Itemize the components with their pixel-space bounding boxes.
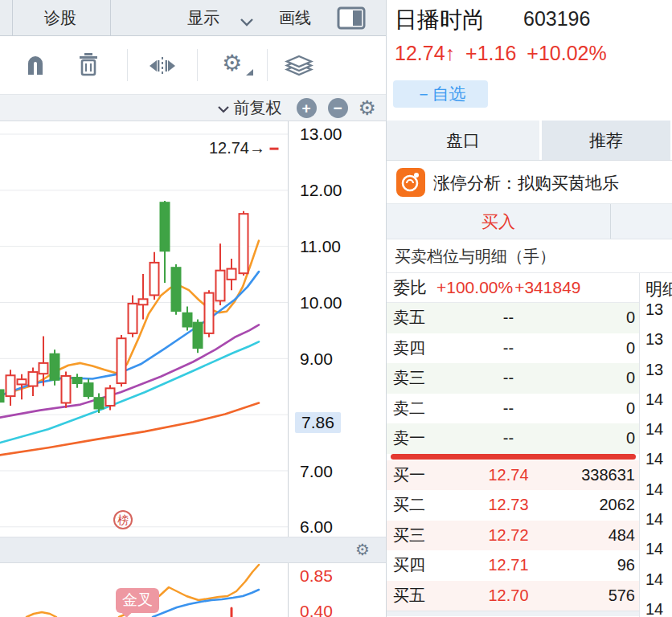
- zoom-in-button[interactable]: +: [297, 98, 317, 118]
- y-tick: 7.00: [300, 462, 333, 481]
- magnet-icon[interactable]: [24, 54, 47, 80]
- quote-panel: 日播时尚 603196 12.74↑ +1.16 +10.02% －自选 盘口 …: [386, 0, 672, 617]
- orderbook-levels: 委比 +100.00% +341849 卖五 -- 0 卖四 -- 0 卖三 -…: [387, 273, 640, 616]
- detail-time: 13: [640, 361, 672, 390]
- main-chart-area: 12.74→ 榜 13.00 12.00 11.00 10.00 9.00 7.…: [0, 121, 386, 537]
- candle-body: [183, 313, 192, 327]
- bid-label: 买四: [387, 554, 454, 576]
- bid-price: 12.72: [454, 526, 563, 545]
- chevron-down-icon[interactable]: [218, 102, 229, 116]
- candle-body: [0, 390, 4, 402]
- ask-volume: 0: [563, 369, 640, 387]
- detail-time: 14: [640, 540, 672, 570]
- candlestick-chart[interactable]: [0, 121, 288, 537]
- chevron-down-icon[interactable]: [240, 15, 253, 30]
- sell-button-partial[interactable]: [611, 204, 672, 239]
- bid-price: 12.70: [454, 586, 563, 605]
- price-axis: 13.00 12.00 11.00 10.00 9.00 7.86 7.00 6…: [288, 121, 386, 537]
- axis-settings-gear-icon[interactable]: ⚙: [359, 98, 376, 118]
- layers-icon[interactable]: [285, 54, 313, 81]
- last-price: 12.74↑: [395, 42, 455, 65]
- detail-time: 14: [640, 510, 672, 540]
- ask-row[interactable]: 卖四 -- 0: [387, 333, 640, 364]
- horizontal-resize-icon[interactable]: [149, 57, 176, 78]
- ask-label: 卖二: [387, 398, 454, 419]
- candle-body: [18, 379, 27, 384]
- indicator-settings-gear-icon[interactable]: ⚙: [355, 540, 370, 559]
- weibi-label: 委比: [393, 276, 427, 299]
- y-tick: 10.00: [300, 293, 342, 313]
- sub-tick: 0.85: [300, 566, 333, 586]
- stock-name: 日播时尚: [395, 5, 485, 35]
- y-tick: 11.00: [300, 237, 341, 256]
- orderbook-footer-strip: [387, 611, 640, 616]
- ask-volume: 0: [563, 399, 640, 418]
- weibi-row: 委比 +100.00% +341849: [387, 273, 640, 303]
- weibi-percent: +100.00%: [436, 278, 513, 297]
- ask-volume: 0: [563, 339, 640, 358]
- price-adjust-mode[interactable]: 前复权: [234, 97, 282, 119]
- ask-label: 卖一: [387, 427, 454, 449]
- buy-button[interactable]: 买入: [387, 204, 610, 239]
- remove-watchlist-button[interactable]: －自选: [393, 80, 488, 108]
- bid-label: 买一: [387, 464, 454, 486]
- bid-row[interactable]: 买四 12.71 96: [387, 550, 640, 581]
- rank-stamp: 榜: [113, 510, 133, 529]
- orderbook-title: 买卖档位与明细（手）: [387, 239, 672, 273]
- toolbar-divider: [197, 49, 198, 81]
- sub-tick: 0.40: [300, 602, 333, 617]
- tab-pankou[interactable]: 盘口: [387, 121, 542, 160]
- candle-body: [117, 338, 126, 383]
- orderbook: 委比 +100.00% +341849 卖五 -- 0 卖四 -- 0 卖三 -…: [387, 273, 672, 617]
- trash-icon[interactable]: [77, 52, 100, 80]
- bid-row[interactable]: 买五 12.70 576: [387, 581, 640, 611]
- candle-body: [240, 214, 248, 273]
- ask-volume: 0: [563, 308, 640, 327]
- bid-row[interactable]: 买三 12.72 484: [387, 521, 640, 551]
- detail-time: 14: [640, 480, 672, 510]
- ask-price: --: [454, 399, 563, 418]
- ask-row[interactable]: 卖五 -- 0: [387, 303, 640, 333]
- limit-up-analysis-row[interactable]: 涨停分析：拟购买茵地乐: [387, 161, 672, 204]
- bid-volume: 2062: [563, 496, 640, 514]
- panel-toggle-icon[interactable]: [337, 6, 366, 33]
- ask-row[interactable]: 卖二 -- 0: [387, 394, 640, 424]
- detail-times: 13 13 13 14 14 14 14 14 14 14 14: [640, 300, 672, 617]
- candle-body: [51, 354, 59, 380]
- ask-row[interactable]: 卖一 -- 0: [387, 423, 640, 454]
- toolbar-divider: [110, 0, 111, 35]
- trade-detail-column: 明细 13 13 13 14 14 14 14 14 14 14 14: [639, 273, 672, 617]
- ask-price: --: [454, 339, 563, 358]
- bid-row[interactable]: 买二 12.73 2062: [387, 490, 640, 521]
- y-tick: 6.00: [300, 517, 333, 537]
- chart-settings-gear-icon[interactable]: ⚙: [222, 50, 242, 76]
- bid-price: 12.71: [454, 556, 563, 574]
- bid-label: 买二: [387, 494, 454, 516]
- toolbar-divider: [267, 49, 268, 81]
- candle-body: [161, 202, 170, 251]
- bid-label: 买三: [387, 525, 454, 546]
- ask-price: --: [454, 369, 563, 387]
- diagnose-stock-button[interactable]: 诊股: [32, 0, 88, 35]
- ask-price: --: [454, 308, 563, 327]
- ask-label: 卖五: [387, 307, 454, 329]
- highlighted-price-tick: 7.86: [295, 412, 341, 433]
- candle-body: [129, 304, 137, 333]
- sub-orange-left: [27, 612, 56, 617]
- candle-body: [6, 375, 15, 396]
- bid-label: 买五: [387, 585, 454, 607]
- golden-cross-badge: 金叉: [116, 588, 159, 613]
- price-change: +1.16: [465, 42, 516, 65]
- subchart-header-band: ⚙: [0, 537, 386, 563]
- draw-line-button[interactable]: 画线: [279, 0, 311, 35]
- sub-blue: [153, 590, 259, 617]
- display-menu-button[interactable]: 显示: [187, 0, 219, 35]
- chart-header-bar: 前复权 + − ⚙: [0, 95, 386, 121]
- bid-ask-separator: [387, 454, 640, 460]
- bid-price: 12.74: [454, 466, 563, 484]
- ask-row[interactable]: 卖三 -- 0: [387, 363, 640, 394]
- bid-row[interactable]: 买一 12.74 338631: [387, 460, 640, 491]
- tab-tuijian[interactable]: 推荐: [542, 121, 670, 160]
- zoom-out-button[interactable]: −: [328, 98, 348, 118]
- candle-body: [84, 383, 93, 396]
